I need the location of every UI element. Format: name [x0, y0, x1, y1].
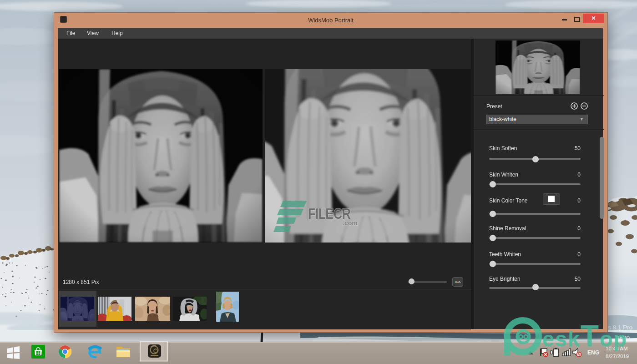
svg-text:8/27/2019: 8/27/2019 — [606, 354, 629, 359]
svg-text:eskTop: eskTop — [542, 319, 627, 353]
svg-text:.com: .com — [343, 219, 358, 227]
